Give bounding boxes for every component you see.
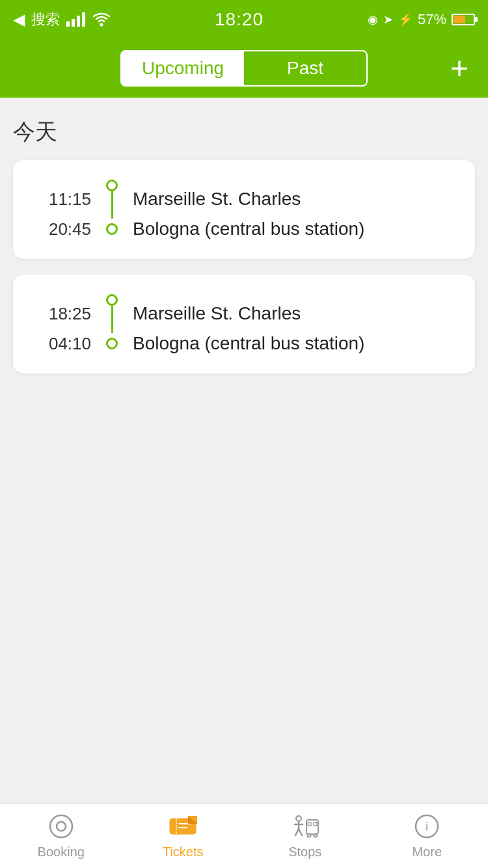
back-icon: ◀ xyxy=(13,10,25,29)
more-label: More xyxy=(412,845,442,860)
more-icon: i xyxy=(413,812,441,841)
tickets-label: Tickets xyxy=(163,845,204,860)
status-time: 18:20 xyxy=(215,9,264,30)
svg-rect-21 xyxy=(314,822,317,826)
svg-rect-0 xyxy=(66,21,70,27)
status-right: ◉ ➤ ⚡ 57% xyxy=(368,11,475,28)
svg-point-4 xyxy=(100,23,103,27)
arrival-time-2: 04:10 xyxy=(33,334,91,354)
departure-station-2: Marseille St. Charles xyxy=(133,303,455,324)
navigation-icon: ➤ xyxy=(383,12,393,27)
connector-bottom-2 xyxy=(104,338,120,349)
svg-rect-3 xyxy=(82,12,85,27)
battery-icon xyxy=(452,14,475,25)
svg-point-6 xyxy=(57,822,66,831)
connector-top-2 xyxy=(104,294,120,333)
svg-line-18 xyxy=(299,829,302,835)
route-line-2 xyxy=(111,306,113,333)
booking-label: Booking xyxy=(38,845,85,860)
arrival-station-1: Bologna (central bus station) xyxy=(133,219,455,239)
booking-icon xyxy=(47,812,75,841)
route-line-1 xyxy=(111,191,113,219)
arrival-time-1: 20:45 xyxy=(33,219,91,239)
departure-time-1: 11:15 xyxy=(33,189,91,210)
location-icon: ◉ xyxy=(368,12,378,27)
departure-dot-1 xyxy=(106,180,118,191)
tab-bar: Booking Tickets xyxy=(0,803,488,868)
signal-icon xyxy=(66,12,86,27)
status-left: ◀ 搜索 xyxy=(13,10,111,29)
section-today: 今天 xyxy=(13,117,475,147)
tab-upcoming[interactable]: Upcoming xyxy=(122,51,244,85)
svg-line-17 xyxy=(295,829,299,835)
wifi-icon xyxy=(92,12,111,27)
add-button[interactable]: + xyxy=(450,53,468,84)
svg-point-5 xyxy=(50,815,72,837)
svg-rect-1 xyxy=(72,19,75,27)
departure-row-1: 11:15 Marseille St. Charles xyxy=(33,180,455,219)
header: Upcoming Past + xyxy=(0,39,488,98)
ticket-card-2[interactable]: 18:25 Marseille St. Charles 04:10 Bologn… xyxy=(13,275,475,373)
bluetooth-icon: ⚡ xyxy=(398,12,413,27)
departure-row-2: 18:25 Marseille St. Charles xyxy=(33,294,455,333)
content: 今天 11:15 Marseille St. Charles 20:45 Bol… xyxy=(0,98,488,800)
arrival-dot-2 xyxy=(106,338,118,349)
connector-top-1 xyxy=(104,180,120,219)
status-search-text: 搜索 xyxy=(31,10,60,29)
departure-time-2: 18:25 xyxy=(33,304,91,324)
svg-text:i: i xyxy=(426,820,429,833)
svg-rect-2 xyxy=(77,16,80,27)
departure-station-1: Marseille St. Charles xyxy=(133,189,455,210)
stops-icon xyxy=(291,812,319,841)
arrival-station-2: Bologna (central bus station) xyxy=(133,333,455,354)
arrival-row-1: 20:45 Bologna (central bus station) xyxy=(33,219,455,239)
status-bar: ◀ 搜索 18:20 ◉ ➤ ⚡ 57% xyxy=(0,0,488,39)
svg-point-22 xyxy=(307,834,310,837)
departure-dot-2 xyxy=(106,294,118,306)
tab-past[interactable]: Past xyxy=(244,51,366,85)
segment-control: Upcoming Past xyxy=(120,50,368,87)
tickets-icon xyxy=(169,812,197,841)
connector-bottom-1 xyxy=(104,223,120,235)
tab-tickets[interactable]: Tickets xyxy=(122,812,245,860)
tab-booking[interactable]: Booking xyxy=(0,812,122,860)
ticket-card-1[interactable]: 11:15 Marseille St. Charles 20:45 Bologn… xyxy=(13,160,475,259)
arrival-row-2: 04:10 Bologna (central bus station) xyxy=(33,333,455,354)
tab-stops[interactable]: Stops xyxy=(244,812,366,860)
svg-rect-20 xyxy=(308,822,311,826)
tab-more[interactable]: i More xyxy=(366,812,489,860)
battery-percent: 57% xyxy=(418,11,446,28)
stops-label: Stops xyxy=(288,845,321,860)
arrival-dot-1 xyxy=(106,223,118,235)
svg-point-23 xyxy=(314,834,317,837)
